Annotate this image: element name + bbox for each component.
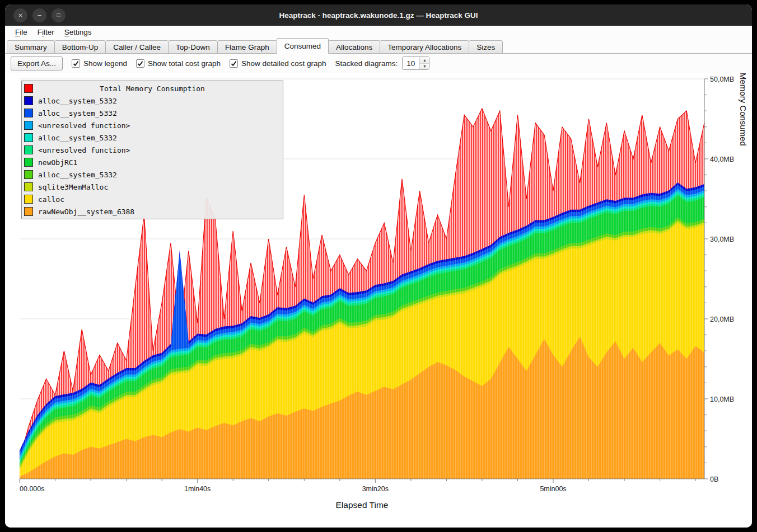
title-bar[interactable]: ×−□ Heaptrack - heaptrack.wakunode.1.gz …	[5, 4, 752, 26]
legend-title-row: Total Memory Consumption	[24, 82, 281, 95]
tab-bottom-up[interactable]: Bottom-Up	[54, 40, 106, 54]
legend-label: alloc__system_5332	[38, 134, 117, 142]
legend-item: <unresolved function>	[24, 144, 281, 156]
legend-label: calloc	[38, 195, 64, 204]
minimize-icon: −	[38, 12, 42, 19]
legend-item: alloc__system_5332	[24, 107, 281, 119]
legend-label: alloc__system_5332	[38, 97, 117, 105]
heaptrack-window: ×−□ Heaptrack - heaptrack.wakunode.1.gz …	[5, 4, 752, 528]
spin-up-icon: ▲	[423, 58, 427, 62]
spinbox-buttons: ▲ ▼	[419, 57, 429, 69]
chart-legend: Total Memory Consumptionalloc__system_53…	[21, 81, 283, 219]
tab-sizes[interactable]: Sizes	[469, 40, 503, 54]
close-icon: ×	[18, 12, 23, 19]
legend-item: rawNewObj__system_6388	[24, 205, 281, 218]
legend-swatch	[24, 145, 33, 154]
spin-down-icon: ▼	[423, 64, 427, 68]
x-axis-title: Elapsed Time	[20, 500, 704, 510]
x-tick-label: 5min00s	[540, 485, 566, 493]
menu-settings[interactable]: Settings	[59, 27, 97, 37]
close-button[interactable]: ×	[13, 8, 27, 22]
legend-item: sqlite3MemMalloc	[24, 181, 281, 193]
legend-label: sqlite3MemMalloc	[38, 183, 108, 191]
legend-swatch	[24, 195, 33, 204]
stacked-diagrams-spinbox[interactable]: 10 ▲ ▼	[402, 57, 429, 70]
toolbar: Export As... Show legendShow total cost …	[5, 54, 752, 73]
legend-label: alloc__system_5332	[38, 171, 117, 179]
maximize-icon: □	[57, 12, 60, 18]
checkbox-group: Show legendShow total cost graphShow det…	[72, 59, 326, 68]
checkmark-icon	[231, 60, 237, 67]
tab-bar: SummaryBottom-UpCaller / CalleeTop-DownF…	[5, 38, 752, 54]
export-as-button[interactable]: Export As...	[11, 57, 63, 70]
checkbox-label: Show legend	[83, 59, 127, 68]
show-legend-checkbox[interactable]: Show legend	[72, 59, 127, 68]
checkbox-label: Show detailed cost graph	[241, 59, 326, 68]
legend-swatch	[24, 170, 33, 179]
tab-allocations[interactable]: Allocations	[328, 40, 380, 54]
checkbox-box[interactable]	[72, 59, 80, 68]
y-tick-label: 50,0MB	[710, 76, 734, 83]
spinbox-value[interactable]: 10	[403, 57, 419, 69]
y-tick-label: 40,0MB	[710, 156, 734, 163]
tab-flame-graph[interactable]: Flame Graph	[217, 40, 277, 54]
legend-label: rawNewObj__system_6388	[38, 208, 134, 216]
legend-item: alloc__system_5332	[24, 168, 281, 181]
legend-swatch	[24, 158, 33, 167]
chart-area: 0B10,0MB20,0MB30,0MB40,0MB50,0MB00.000s1…	[5, 73, 752, 528]
x-tick-label: 1min40s	[184, 485, 211, 493]
legend-label: <unresolved function>	[38, 146, 130, 154]
legend-label: alloc__system_5332	[38, 109, 117, 117]
checkmark-icon	[73, 60, 79, 67]
legend-swatch	[24, 207, 33, 216]
checkmark-icon	[137, 60, 143, 67]
legend-swatch	[24, 133, 33, 142]
menu-filter[interactable]: Filter	[32, 27, 59, 37]
y-axis-title: Memory Consumed	[739, 73, 748, 485]
spinbox-down-button[interactable]: ▼	[420, 64, 429, 70]
minimize-button[interactable]: −	[32, 8, 46, 22]
show-detailed-cost-graph-checkbox[interactable]: Show detailed cost graph	[230, 59, 326, 68]
y-tick-label: 0B	[710, 475, 718, 483]
x-tick-label: 00.000s	[20, 485, 44, 493]
show-total-cost-graph-checkbox[interactable]: Show total cost graph	[136, 59, 221, 68]
legend-swatch	[24, 96, 33, 105]
legend-swatch	[24, 109, 33, 117]
checkbox-box[interactable]	[136, 59, 144, 68]
window-controls: ×−□	[13, 4, 66, 26]
y-tick-label: 10,0MB	[710, 396, 734, 403]
legend-item: alloc__system_5332	[24, 131, 281, 144]
stacked-diagrams-label: Stacked diagrams:	[335, 59, 398, 68]
tab-top-down[interactable]: Top-Down	[168, 40, 218, 54]
stacked-diagrams-group: Stacked diagrams: 10 ▲ ▼	[335, 57, 430, 70]
y-tick-label: 20,0MB	[710, 316, 734, 323]
legend-label: Total Memory Consumption	[24, 84, 281, 93]
tab-temporary-allocations[interactable]: Temporary Allocations	[380, 40, 469, 54]
menu-file[interactable]: File	[10, 27, 32, 37]
legend-item: alloc__system_5332	[24, 95, 281, 107]
legend-item: calloc	[24, 193, 281, 205]
checkbox-box[interactable]	[230, 59, 238, 68]
tab-caller-callee[interactable]: Caller / Callee	[105, 40, 169, 54]
y-tick-label: 30,0MB	[710, 236, 734, 243]
tab-summary[interactable]: Summary	[7, 40, 55, 54]
window-title: Heaptrack - heaptrack.wakunode.1.gz — He…	[279, 11, 478, 20]
legend-item: newObjRC1	[24, 156, 281, 168]
legend-label: <unresolved function>	[38, 121, 130, 130]
legend-item: <unresolved function>	[24, 119, 281, 131]
checkbox-label: Show total cost graph	[148, 59, 221, 68]
x-tick-label: 3min20s	[362, 485, 389, 493]
menu-bar: FileFilterSettings	[5, 26, 752, 38]
legend-swatch	[24, 121, 33, 130]
spinbox-up-button[interactable]: ▲	[420, 57, 429, 64]
tab-consumed[interactable]: Consumed	[277, 38, 329, 54]
legend-label: newObjRC1	[38, 158, 77, 167]
maximize-button[interactable]: □	[52, 8, 66, 22]
legend-swatch	[24, 182, 33, 191]
